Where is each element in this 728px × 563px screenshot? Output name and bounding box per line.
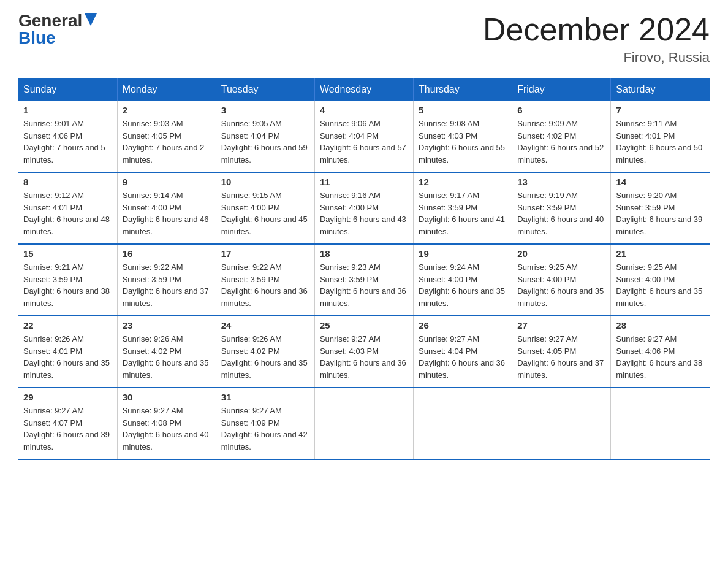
title-block: December 2024 Firovo, Russia bbox=[483, 12, 710, 66]
calendar-cell bbox=[414, 388, 512, 459]
weekday-header-sunday: Sunday bbox=[18, 78, 117, 101]
day-info: Sunrise: 9:06 AMSunset: 4:04 PMDaylight:… bbox=[320, 119, 406, 164]
day-info: Sunrise: 9:27 AMSunset: 4:05 PMDaylight:… bbox=[517, 334, 604, 380]
calendar-cell bbox=[512, 388, 611, 459]
weekday-header-tuesday: Tuesday bbox=[216, 78, 314, 101]
day-info: Sunrise: 9:27 AMSunset: 4:07 PMDaylight:… bbox=[23, 406, 110, 451]
calendar-cell: 20 Sunrise: 9:25 AMSunset: 4:00 PMDaylig… bbox=[512, 244, 611, 316]
day-info: Sunrise: 9:27 AMSunset: 4:08 PMDaylight:… bbox=[123, 406, 209, 451]
day-number: 12 bbox=[419, 177, 507, 187]
calendar-cell: 27 Sunrise: 9:27 AMSunset: 4:05 PMDaylig… bbox=[512, 316, 611, 388]
calendar-cell: 6 Sunrise: 9:09 AMSunset: 4:02 PMDayligh… bbox=[512, 101, 611, 172]
calendar-table: SundayMondayTuesdayWednesdayThursdayFrid… bbox=[18, 78, 710, 460]
day-info: Sunrise: 9:20 AMSunset: 3:59 PMDaylight:… bbox=[616, 191, 702, 236]
calendar-cell: 16 Sunrise: 9:22 AMSunset: 3:59 PMDaylig… bbox=[117, 244, 216, 316]
day-number: 1 bbox=[23, 105, 112, 115]
calendar-cell: 25 Sunrise: 9:27 AMSunset: 4:03 PMDaylig… bbox=[314, 316, 413, 388]
day-number: 21 bbox=[616, 248, 705, 259]
day-info: Sunrise: 9:26 AMSunset: 4:02 PMDaylight:… bbox=[221, 334, 308, 380]
day-number: 14 bbox=[616, 177, 705, 187]
weekday-header-thursday: Thursday bbox=[414, 78, 512, 101]
calendar-week-row: 29 Sunrise: 9:27 AMSunset: 4:07 PMDaylig… bbox=[18, 388, 710, 459]
calendar-cell: 18 Sunrise: 9:23 AMSunset: 3:59 PMDaylig… bbox=[314, 244, 413, 316]
calendar-cell: 29 Sunrise: 9:27 AMSunset: 4:07 PMDaylig… bbox=[18, 388, 117, 459]
calendar-cell: 9 Sunrise: 9:14 AMSunset: 4:00 PMDayligh… bbox=[117, 172, 216, 244]
day-info: Sunrise: 9:08 AMSunset: 4:03 PMDaylight:… bbox=[419, 119, 505, 164]
calendar-cell: 11 Sunrise: 9:16 AMSunset: 4:00 PMDaylig… bbox=[314, 172, 413, 244]
day-number: 17 bbox=[221, 248, 309, 259]
day-info: Sunrise: 9:05 AMSunset: 4:04 PMDaylight:… bbox=[221, 119, 308, 164]
day-number: 2 bbox=[123, 105, 211, 115]
day-number: 6 bbox=[517, 105, 605, 115]
page-header: General Blue December 2024 Firovo, Russi… bbox=[18, 12, 710, 66]
weekday-header-wednesday: Wednesday bbox=[314, 78, 413, 101]
weekday-header-monday: Monday bbox=[117, 78, 216, 101]
calendar-cell: 30 Sunrise: 9:27 AMSunset: 4:08 PMDaylig… bbox=[117, 388, 216, 459]
calendar-cell: 31 Sunrise: 9:27 AMSunset: 4:09 PMDaylig… bbox=[216, 388, 314, 459]
day-number: 29 bbox=[23, 392, 112, 402]
calendar-cell: 14 Sunrise: 9:20 AMSunset: 3:59 PMDaylig… bbox=[611, 172, 710, 244]
day-number: 8 bbox=[23, 177, 112, 187]
calendar-cell: 7 Sunrise: 9:11 AMSunset: 4:01 PMDayligh… bbox=[611, 101, 710, 172]
calendar-cell: 2 Sunrise: 9:03 AMSunset: 4:05 PMDayligh… bbox=[117, 101, 216, 172]
day-info: Sunrise: 9:09 AMSunset: 4:02 PMDaylight:… bbox=[517, 119, 604, 164]
weekday-header-friday: Friday bbox=[512, 78, 611, 101]
day-number: 5 bbox=[419, 105, 507, 115]
calendar-subtitle: Firovo, Russia bbox=[483, 50, 710, 66]
day-info: Sunrise: 9:22 AMSunset: 3:59 PMDaylight:… bbox=[123, 262, 209, 308]
calendar-title: December 2024 bbox=[483, 12, 710, 47]
calendar-cell: 5 Sunrise: 9:08 AMSunset: 4:03 PMDayligh… bbox=[414, 101, 512, 172]
calendar-cell: 13 Sunrise: 9:19 AMSunset: 3:59 PMDaylig… bbox=[512, 172, 611, 244]
day-info: Sunrise: 9:15 AMSunset: 4:00 PMDaylight:… bbox=[221, 191, 308, 236]
calendar-cell bbox=[314, 388, 413, 459]
day-number: 16 bbox=[123, 248, 211, 259]
logo-triangle-icon bbox=[85, 13, 97, 26]
day-number: 9 bbox=[123, 177, 211, 187]
day-number: 13 bbox=[517, 177, 605, 187]
day-info: Sunrise: 9:27 AMSunset: 4:04 PMDaylight:… bbox=[419, 334, 505, 380]
day-info: Sunrise: 9:17 AMSunset: 3:59 PMDaylight:… bbox=[419, 191, 505, 236]
day-info: Sunrise: 9:12 AMSunset: 4:01 PMDaylight:… bbox=[23, 191, 110, 236]
day-number: 25 bbox=[320, 320, 408, 331]
weekday-header-saturday: Saturday bbox=[611, 78, 710, 101]
day-info: Sunrise: 9:01 AMSunset: 4:06 PMDaylight:… bbox=[23, 119, 105, 164]
calendar-cell: 24 Sunrise: 9:26 AMSunset: 4:02 PMDaylig… bbox=[216, 316, 314, 388]
day-number: 3 bbox=[221, 105, 309, 115]
day-number: 22 bbox=[23, 320, 112, 331]
day-number: 23 bbox=[123, 320, 211, 331]
day-number: 31 bbox=[221, 392, 309, 402]
calendar-cell: 3 Sunrise: 9:05 AMSunset: 4:04 PMDayligh… bbox=[216, 101, 314, 172]
calendar-cell: 12 Sunrise: 9:17 AMSunset: 3:59 PMDaylig… bbox=[414, 172, 512, 244]
calendar-cell: 17 Sunrise: 9:22 AMSunset: 3:59 PMDaylig… bbox=[216, 244, 314, 316]
calendar-cell: 10 Sunrise: 9:15 AMSunset: 4:00 PMDaylig… bbox=[216, 172, 314, 244]
calendar-cell: 28 Sunrise: 9:27 AMSunset: 4:06 PMDaylig… bbox=[611, 316, 710, 388]
calendar-cell: 4 Sunrise: 9:06 AMSunset: 4:04 PMDayligh… bbox=[314, 101, 413, 172]
day-number: 20 bbox=[517, 248, 605, 259]
day-info: Sunrise: 9:23 AMSunset: 3:59 PMDaylight:… bbox=[320, 262, 406, 308]
day-info: Sunrise: 9:27 AMSunset: 4:06 PMDaylight:… bbox=[616, 334, 702, 380]
calendar-week-row: 1 Sunrise: 9:01 AMSunset: 4:06 PMDayligh… bbox=[18, 101, 710, 172]
calendar-cell: 8 Sunrise: 9:12 AMSunset: 4:01 PMDayligh… bbox=[18, 172, 117, 244]
day-info: Sunrise: 9:19 AMSunset: 3:59 PMDaylight:… bbox=[517, 191, 604, 236]
day-info: Sunrise: 9:22 AMSunset: 3:59 PMDaylight:… bbox=[221, 262, 308, 308]
calendar-week-row: 22 Sunrise: 9:26 AMSunset: 4:01 PMDaylig… bbox=[18, 316, 710, 388]
calendar-cell: 15 Sunrise: 9:21 AMSunset: 3:59 PMDaylig… bbox=[18, 244, 117, 316]
day-info: Sunrise: 9:11 AMSunset: 4:01 PMDaylight:… bbox=[616, 119, 702, 164]
calendar-cell: 19 Sunrise: 9:24 AMSunset: 4:00 PMDaylig… bbox=[414, 244, 512, 316]
day-info: Sunrise: 9:27 AMSunset: 4:09 PMDaylight:… bbox=[221, 406, 308, 451]
day-number: 4 bbox=[320, 105, 408, 115]
calendar-week-row: 8 Sunrise: 9:12 AMSunset: 4:01 PMDayligh… bbox=[18, 172, 710, 244]
day-number: 15 bbox=[23, 248, 112, 259]
day-number: 11 bbox=[320, 177, 408, 187]
calendar-cell: 26 Sunrise: 9:27 AMSunset: 4:04 PMDaylig… bbox=[414, 316, 512, 388]
calendar-cell: 23 Sunrise: 9:26 AMSunset: 4:02 PMDaylig… bbox=[117, 316, 216, 388]
day-number: 24 bbox=[221, 320, 309, 331]
calendar-cell bbox=[611, 388, 710, 459]
weekday-header-row: SundayMondayTuesdayWednesdayThursdayFrid… bbox=[18, 78, 710, 101]
day-number: 30 bbox=[123, 392, 211, 402]
logo: General Blue bbox=[18, 12, 97, 47]
day-number: 19 bbox=[419, 248, 507, 259]
day-info: Sunrise: 9:27 AMSunset: 4:03 PMDaylight:… bbox=[320, 334, 406, 380]
calendar-week-row: 15 Sunrise: 9:21 AMSunset: 3:59 PMDaylig… bbox=[18, 244, 710, 316]
calendar-cell: 21 Sunrise: 9:25 AMSunset: 4:00 PMDaylig… bbox=[611, 244, 710, 316]
